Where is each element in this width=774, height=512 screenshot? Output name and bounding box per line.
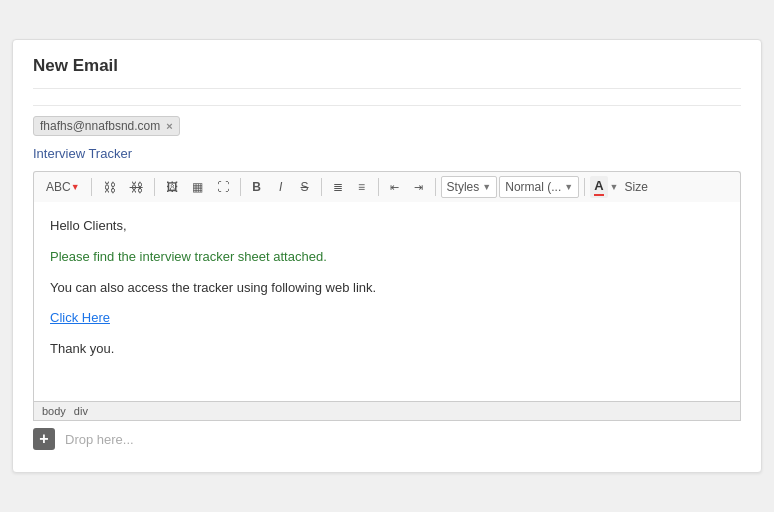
fullscreen-icon: ⛶: [217, 180, 229, 194]
remove-email-button[interactable]: ×: [166, 120, 172, 132]
editor-line-3: You can also access the tracker using fo…: [50, 278, 724, 299]
email-compose-card: New Email fhafhs@nnafbsnd.com × Intervie…: [12, 39, 762, 473]
spellcheck-icon: ABC: [46, 180, 71, 194]
click-here-link[interactable]: Click Here: [50, 310, 110, 325]
editor-line-1: Hello Clients,: [50, 216, 724, 237]
unordered-list-button[interactable]: ≡: [351, 176, 373, 198]
add-attachment-button[interactable]: +: [33, 428, 55, 450]
fullscreen-button[interactable]: ⛶: [211, 176, 235, 198]
attach-bar: + Drop here...: [33, 421, 741, 452]
attach-placeholder: Drop here...: [65, 432, 134, 447]
unlink-icon: ⛓: [130, 180, 143, 195]
editor-link-paragraph: Click Here: [50, 308, 724, 329]
styles-dropdown[interactable]: Styles ▼: [441, 176, 498, 198]
email-tag-text: fhafhs@nnafbsnd.com: [40, 119, 160, 133]
sep1: [91, 178, 92, 196]
font-color-dropdown-arrow[interactable]: ▼: [610, 182, 619, 192]
ordered-list-icon: ≣: [333, 180, 343, 194]
email-editor[interactable]: Hello Clients, Please find the interview…: [33, 202, 741, 402]
sep5: [378, 178, 379, 196]
font-color-icon: A: [594, 178, 603, 193]
editor-line-2: Please find the interview tracker sheet …: [50, 247, 724, 268]
indent-decrease-button[interactable]: ⇤: [384, 176, 406, 198]
sep6: [435, 178, 436, 196]
font-color-button[interactable]: A: [590, 176, 607, 198]
styles-dropdown-label: Styles: [447, 180, 480, 194]
ordered-list-button[interactable]: ≣: [327, 176, 349, 198]
link-button[interactable]: ⛓: [97, 176, 122, 198]
divider: [33, 105, 741, 106]
sep4: [321, 178, 322, 196]
status-bar-div: div: [74, 405, 88, 417]
styles-dropdown-arrow: ▼: [482, 182, 491, 192]
spellcheck-button[interactable]: ABC▼: [40, 176, 86, 198]
indent-increase-icon: ⇥: [414, 181, 423, 194]
subject-field: Interview Tracker: [33, 144, 741, 163]
image-button[interactable]: 🖼: [160, 176, 184, 198]
editor-toolbar: ABC▼ ⛓ ⛓ 🖼 ▦ ⛶ B I S ≣: [33, 171, 741, 202]
sep3: [240, 178, 241, 196]
editor-line-2-text: Please find the interview tracker sheet …: [50, 249, 327, 264]
indent-decrease-icon: ⇤: [390, 181, 399, 194]
strikethrough-button[interactable]: S: [294, 176, 316, 198]
size-label: Size: [620, 178, 651, 196]
editor-line-4: Thank you.: [50, 339, 724, 360]
indent-increase-button[interactable]: ⇥: [408, 176, 430, 198]
italic-button[interactable]: I: [270, 176, 292, 198]
to-field: fhafhs@nnafbsnd.com ×: [33, 116, 741, 136]
format-dropdown-label: Normal (...: [505, 180, 561, 194]
link-icon: ⛓: [103, 180, 116, 195]
sep2: [154, 178, 155, 196]
image-icon: 🖼: [166, 180, 178, 194]
email-tag[interactable]: fhafhs@nnafbsnd.com ×: [33, 116, 180, 136]
status-bar-body: body: [42, 405, 66, 417]
status-bar: body div: [33, 402, 741, 421]
page-title: New Email: [33, 56, 741, 89]
table-icon: ▦: [192, 180, 203, 194]
font-color-bar: [594, 194, 603, 196]
bold-button[interactable]: B: [246, 176, 268, 198]
unordered-list-icon: ≡: [358, 180, 365, 194]
table-button[interactable]: ▦: [186, 176, 209, 198]
sep7: [584, 178, 585, 196]
unlink-button[interactable]: ⛓: [124, 176, 149, 198]
format-dropdown-arrow: ▼: [564, 182, 573, 192]
format-dropdown[interactable]: Normal (... ▼: [499, 176, 579, 198]
